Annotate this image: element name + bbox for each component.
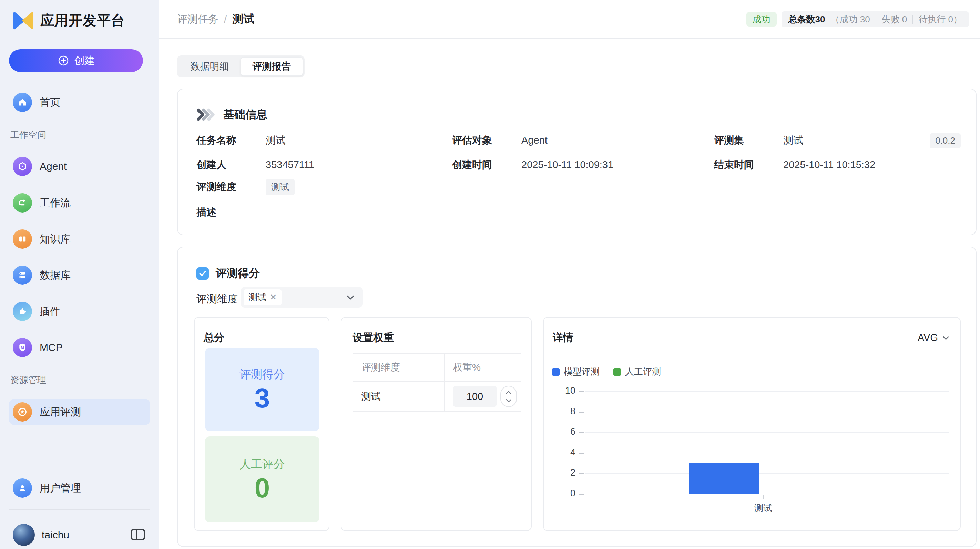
grid-line <box>585 473 949 474</box>
counts-failed: 失败 0 <box>882 13 907 25</box>
grid-line <box>585 432 949 433</box>
field-label: 评估对象 <box>452 133 521 148</box>
field-value: 2025-10-11 10:15:32 <box>783 159 875 170</box>
y-tick-label: 8 <box>544 406 576 417</box>
field-label: 评测集 <box>714 133 783 148</box>
counts-pending: 待执行 0） <box>919 13 962 25</box>
main-content: 评测任务 / 测试 成功 总条数30 （成功 30 失败 0 待执行 0） 数据… <box>159 0 980 549</box>
sidebar-item-label: 工作流 <box>40 196 71 210</box>
chevron-down-icon <box>345 292 356 302</box>
chevrons-icon <box>196 108 216 122</box>
sidebar-item-label: 用户管理 <box>40 481 81 495</box>
puzzle-icon <box>13 302 32 321</box>
app-title: 应用开发平台 <box>40 11 125 30</box>
sidebar-item-mcp[interactable]: M MCP <box>9 335 150 360</box>
user-name: taichu <box>42 529 123 541</box>
y-tick-label: 10 <box>544 386 576 396</box>
sidebar-item-label: 首页 <box>40 95 60 109</box>
logo-icon <box>13 11 34 30</box>
status-badge: 成功 <box>746 12 777 27</box>
human-score-label: 人工评分 <box>240 457 285 472</box>
create-button[interactable]: 创建 <box>9 49 143 72</box>
field-value: 测试 <box>783 135 803 146</box>
sidebar-item-label: 应用评测 <box>40 405 81 419</box>
breadcrumb-parent[interactable]: 评测任务 <box>177 13 218 27</box>
field-value: Agent <box>521 135 547 146</box>
field-value: 353457111 <box>266 159 314 170</box>
y-tick-label: 0 <box>544 488 576 499</box>
human-score-value: 0 <box>255 474 270 503</box>
app-logo: 应用开发平台 <box>13 11 125 30</box>
star-badge-icon <box>13 402 32 422</box>
breadcrumb: 评测任务 / 测试 <box>177 0 254 38</box>
collapse-sidebar-button[interactable] <box>130 528 145 542</box>
model-score-value: 3 <box>255 384 270 413</box>
info-row-4: 描述 <box>178 205 976 221</box>
info-row-1: 任务名称测试 评估对象Agent 评测集测试 <box>178 133 976 148</box>
sidebar-item-user-mgmt[interactable]: 用户管理 <box>9 475 150 501</box>
counts-success: （成功 30 <box>830 13 870 25</box>
sidebar-item-label: 知识库 <box>40 232 71 246</box>
plus-icon <box>57 54 70 67</box>
sidebar: 应用开发平台 创建 首页 工作空间 Agent 工作流 知识库 <box>0 0 159 549</box>
field-value: 2025-10-11 10:09:31 <box>521 159 613 170</box>
score-title-row: 评测得分 <box>196 266 260 281</box>
stepper-down-button[interactable] <box>506 398 512 403</box>
breadcrumb-current: 测试 <box>232 12 254 27</box>
counts-total: 总条数30 <box>788 13 825 25</box>
create-button-label: 创建 <box>75 54 95 68</box>
y-tick-label: 6 <box>544 427 576 437</box>
sidebar-item-knowledge[interactable]: 知识库 <box>9 226 150 252</box>
weight-input[interactable] <box>453 386 497 407</box>
field-label: 创建时间 <box>452 158 521 172</box>
tab-data-detail[interactable]: 数据明细 <box>179 57 240 76</box>
col-weight: 权重% <box>444 354 521 381</box>
grid-line <box>585 452 949 453</box>
detail-chart-card: 详情 AVG 模型评测人工评测 0246810测试 <box>543 317 961 531</box>
selected-dimension-tag: 测试 ✕ <box>243 289 282 306</box>
sidebar-item-agent[interactable]: Agent <box>9 153 150 179</box>
workflow-icon <box>13 193 32 213</box>
human-score-panel: 人工评分 0 <box>205 436 320 522</box>
breadcrumb-separator: / <box>224 13 227 25</box>
dimension-select[interactable]: 测试 ✕ <box>241 287 363 308</box>
col-dimension: 评测维度 <box>353 354 444 381</box>
grid-line <box>585 412 949 412</box>
sidebar-item-app-eval[interactable]: 应用评测 <box>9 399 150 425</box>
user-icon <box>13 478 32 498</box>
report-tabs: 数据明细 评测报告 <box>177 56 305 78</box>
grid-line <box>585 391 949 392</box>
mcp-shield-icon: M <box>13 338 32 357</box>
basic-info-title-row: 基础信息 <box>196 107 267 122</box>
field-label: 创建人 <box>196 158 266 172</box>
field-label: 评测维度 <box>196 180 266 194</box>
sidebar-item-home[interactable]: 首页 <box>9 89 150 115</box>
weight-table: 评测维度 权重% 测试 <box>353 353 521 412</box>
dimension-tag: 测试 <box>266 179 294 195</box>
basic-info-card: 基础信息 任务名称测试 评估对象Agent 评测集测试 0.0.2 创建人353… <box>177 89 977 235</box>
total-score-card: 总分 评测得分 3 人工评分 0 <box>194 317 329 531</box>
sidebar-item-database[interactable]: 数据库 <box>9 262 150 288</box>
info-row-2: 创建人353457111 创建时间2025-10-11 10:09:31 结束时… <box>178 157 976 173</box>
weight-table-row: 测试 <box>353 381 521 411</box>
sidebar-section-workspace: 工作空间 <box>10 129 46 141</box>
sidebar-item-label: 插件 <box>40 305 60 319</box>
sidebar-item-plugin[interactable]: 插件 <box>9 298 150 324</box>
score-checkbox[interactable] <box>196 267 209 280</box>
axis-tick <box>579 432 584 433</box>
row-dimension: 测试 <box>353 382 444 411</box>
version-badge: 0.0.2 <box>930 133 961 148</box>
bar-模型评测 <box>689 463 759 494</box>
sidebar-item-workflow[interactable]: 工作流 <box>9 190 150 216</box>
avatar[interactable] <box>13 524 35 546</box>
book-icon <box>13 229 32 249</box>
remove-tag-icon[interactable]: ✕ <box>270 292 277 302</box>
chart-plot: 0246810测试 <box>544 317 960 530</box>
stepper-up-button[interactable] <box>506 390 512 395</box>
basic-info-title: 基础信息 <box>223 107 267 122</box>
user-profile: taichu <box>9 522 150 548</box>
axis-tick <box>579 452 584 454</box>
panel-collapse-icon <box>130 528 145 541</box>
svg-text:M: M <box>21 346 24 349</box>
tab-report[interactable]: 评测报告 <box>240 57 303 76</box>
